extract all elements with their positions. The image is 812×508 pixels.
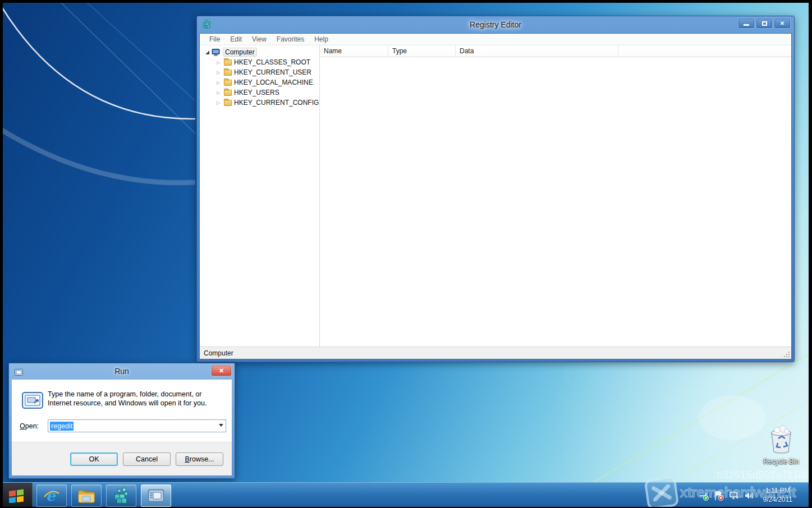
build-watermark-text: .b32615d501a711d0 bbox=[714, 469, 810, 481]
run-dialog-body: Type the name of a program, folder, docu… bbox=[12, 380, 232, 475]
taskbar-internet-explorer[interactable]: e bbox=[36, 484, 67, 507]
run-description-text: Type the name of a program, folder, docu… bbox=[48, 390, 224, 408]
network-status-icon[interactable] bbox=[728, 490, 740, 501]
combobox-dropdown-icon[interactable] bbox=[219, 424, 223, 427]
collapsed-arrow-icon[interactable]: ▷ bbox=[215, 70, 221, 75]
collapsed-arrow-icon[interactable]: ▷ bbox=[215, 100, 221, 105]
taskbar-file-explorer[interactable] bbox=[71, 484, 102, 507]
folder-icon bbox=[224, 80, 232, 86]
windows-flag-icon bbox=[8, 488, 25, 503]
folder-icon bbox=[224, 90, 232, 96]
internet-explorer-icon: e bbox=[43, 487, 60, 504]
start-button[interactable] bbox=[0, 483, 33, 508]
tree-node-hkey-users[interactable]: ▷ HKEY_USERS bbox=[200, 87, 319, 98]
run-dialog-footer: OK Cancel Browse... bbox=[12, 442, 232, 475]
menu-edit[interactable]: Edit bbox=[225, 34, 247, 44]
run-dialog: Run ✕ Type the name of a program, folder… bbox=[8, 363, 235, 479]
menu-bar: File Edit View Favorites Help bbox=[200, 34, 791, 45]
regedit-cubes-icon bbox=[113, 487, 130, 504]
registry-tree-pane: Computer ▷ HKEY_CLASSES_ROOT ▷ HKEY_CURR… bbox=[200, 45, 320, 347]
values-list-empty-area[interactable] bbox=[320, 57, 791, 347]
column-header-type[interactable]: Type bbox=[388, 45, 456, 57]
column-header-data[interactable]: Data bbox=[456, 45, 618, 57]
taskbar-buttons: e bbox=[33, 483, 171, 508]
action-center-flag-icon[interactable] bbox=[713, 490, 724, 501]
folder-icon bbox=[224, 100, 232, 106]
window-title: Registry Editor bbox=[197, 20, 794, 29]
clock-time: 1:11 PM bbox=[763, 487, 793, 496]
close-button[interactable]: ✕ bbox=[774, 18, 791, 29]
registry-editor-titlebar[interactable]: Registry Editor ✕ bbox=[197, 16, 794, 33]
recycle-bin-shortcut[interactable]: Recycle Bin bbox=[759, 425, 804, 465]
tree-node-computer[interactable]: Computer bbox=[200, 47, 319, 57]
tree-node-hkey-current-config[interactable]: ▷ HKEY_CURRENT_CONFIG bbox=[200, 98, 319, 108]
expanded-arrow-icon[interactable] bbox=[205, 50, 209, 54]
list-column-headers: Name Type Data bbox=[320, 45, 791, 57]
tree-node-label[interactable]: HKEY_CURRENT_CONFIG bbox=[234, 99, 319, 107]
taskbar: e bbox=[0, 482, 812, 508]
open-label: Open: bbox=[20, 422, 39, 430]
run-program-icon bbox=[22, 392, 43, 411]
tree-node-hkey-current-user[interactable]: ▷ HKEY_CURRENT_USER bbox=[200, 67, 319, 77]
status-bar-text: Computer bbox=[204, 349, 233, 357]
clock-date: 9/24/2011 bbox=[763, 496, 793, 505]
run-dialog-titlebar[interactable]: Run ✕ bbox=[9, 363, 235, 380]
registry-editor-window: Registry Editor ✕ File Edit View Favorit… bbox=[196, 16, 795, 362]
collapsed-arrow-icon[interactable]: ▷ bbox=[215, 80, 221, 85]
regedit-app-icon bbox=[202, 19, 212, 31]
menu-favorites[interactable]: Favorites bbox=[272, 34, 309, 44]
folder-icon bbox=[224, 59, 232, 66]
menu-help[interactable]: Help bbox=[309, 34, 333, 44]
system-tray: 1:11 PM 9/24/2011 bbox=[698, 483, 812, 508]
registry-values-pane: Name Type Data bbox=[320, 45, 791, 347]
collapsed-arrow-icon[interactable]: ▷ bbox=[215, 90, 221, 95]
maximize-button[interactable] bbox=[756, 18, 773, 29]
run-close-button[interactable]: ✕ bbox=[211, 365, 232, 376]
folder-icon bbox=[77, 488, 95, 503]
taskbar-registry-editor[interactable] bbox=[106, 484, 136, 507]
tree-node-label[interactable]: HKEY_CLASSES_ROOT bbox=[234, 58, 310, 66]
tree-node-label[interactable]: HKEY_CURRENT_USER bbox=[234, 68, 311, 76]
registry-editor-client-area: File Edit View Favorites Help bbox=[199, 33, 792, 359]
run-dialog-title: Run bbox=[9, 367, 235, 376]
column-header-filler bbox=[618, 45, 791, 57]
tree-node-label[interactable]: HKEY_LOCAL_MACHINE bbox=[234, 78, 313, 86]
menu-file[interactable]: File bbox=[204, 34, 225, 44]
collapsed-arrow-icon[interactable]: ▷ bbox=[215, 60, 221, 65]
browse-button[interactable]: Browse... bbox=[176, 452, 223, 466]
folder-icon bbox=[224, 70, 232, 76]
taskbar-run-dialog-active[interactable] bbox=[141, 484, 171, 507]
taskbar-clock[interactable]: 1:11 PM 9/24/2011 bbox=[759, 487, 797, 504]
column-header-name[interactable]: Name bbox=[320, 45, 388, 57]
menu-view[interactable]: View bbox=[247, 34, 272, 44]
cancel-button[interactable]: Cancel bbox=[123, 452, 171, 466]
tree-node-hkey-local-machine[interactable]: ▷ HKEY_LOCAL_MACHINE bbox=[200, 77, 319, 87]
tree-node-label[interactable]: Computer bbox=[223, 48, 257, 57]
volume-icon[interactable] bbox=[744, 490, 755, 501]
open-combobox-value[interactable]: regedit bbox=[50, 422, 74, 431]
status-bar: Computer bbox=[200, 347, 791, 359]
safely-remove-hardware-icon[interactable] bbox=[698, 490, 709, 501]
svg-text:e: e bbox=[46, 487, 56, 504]
minimize-button[interactable] bbox=[738, 18, 755, 29]
tree-node-hkey-classes-root[interactable]: ▷ HKEY_CLASSES_ROOT bbox=[200, 57, 319, 67]
open-combobox[interactable]: regedit bbox=[48, 419, 226, 432]
computer-icon bbox=[212, 49, 221, 56]
run-window-icon bbox=[148, 489, 164, 502]
recycle-bin-label: Recycle Bin bbox=[759, 458, 804, 465]
desktop: .b32615d501a711d0 Recycle Bin bbox=[0, 0, 812, 508]
tree-node-label[interactable]: HKEY_USERS bbox=[234, 89, 279, 96]
recycle-bin-icon bbox=[767, 425, 795, 454]
ok-button[interactable]: OK bbox=[70, 452, 118, 466]
resize-grip[interactable] bbox=[783, 350, 790, 358]
